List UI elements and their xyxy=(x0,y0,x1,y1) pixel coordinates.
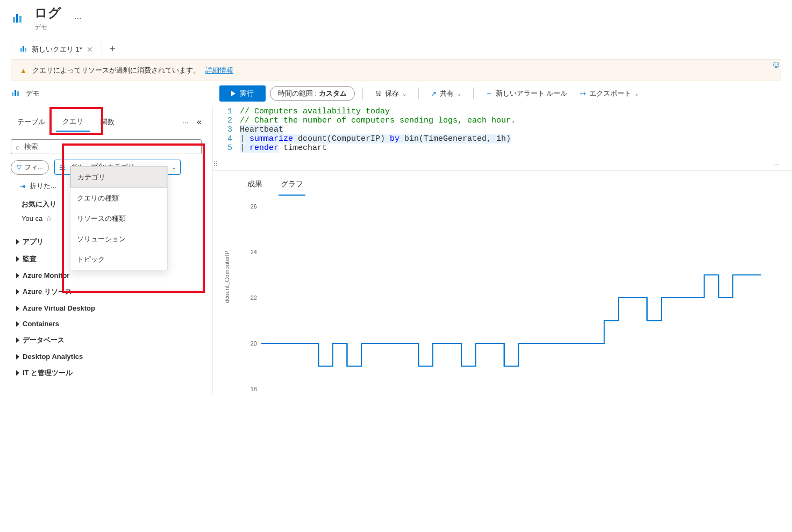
scope-name[interactable]: デモ xyxy=(26,89,40,98)
plus-icon: ＋ xyxy=(486,89,493,98)
filter-icon: ▽ xyxy=(17,163,22,171)
svg-text:18: 18 xyxy=(251,386,257,392)
dropdown-item-topic[interactable]: トピック xyxy=(70,249,167,270)
search-input[interactable]: ⌕ 検索 xyxy=(11,139,202,154)
new-alert-button[interactable]: ＋ 新しいアラート ルール xyxy=(481,87,572,100)
drag-handle[interactable]: ⠿··· xyxy=(213,158,792,170)
share-button[interactable]: ↗ 共有 ⌄ xyxy=(426,87,466,100)
chart-area: dcount_ComputerIP 1820222426 xyxy=(213,196,792,394)
add-tab-button[interactable]: + xyxy=(102,39,123,59)
svg-text:26: 26 xyxy=(251,203,257,210)
logs-icon xyxy=(20,45,27,54)
svg-rect-1 xyxy=(16,14,18,23)
code-line: | render timechart xyxy=(240,143,327,153)
export-button[interactable]: ↦ エクスポート ⌄ xyxy=(576,87,643,100)
search-icon: ⌕ xyxy=(16,143,20,151)
query-tab-1[interactable]: 新しいクエリ 1* ✕ xyxy=(11,40,102,59)
star-icon: ☆ xyxy=(46,214,52,222)
dropdown-item-query-type[interactable]: クエリの種類 xyxy=(70,188,167,209)
svg-rect-0 xyxy=(13,17,15,23)
warning-banner: ▲ クエリによってリソースが過剰に消費されています。 詳細情報 xyxy=(11,60,781,81)
feedback-icon[interactable]: ☺ xyxy=(772,59,781,70)
chevron-down-icon: ⌄ xyxy=(457,91,461,97)
caret-right-icon xyxy=(16,354,19,360)
caret-right-icon xyxy=(16,370,19,376)
svg-rect-6 xyxy=(12,92,13,96)
save-icon: 🖫 xyxy=(375,90,382,98)
category-azure-resources[interactable]: Azure リソース xyxy=(16,283,202,300)
warning-link[interactable]: 詳細情報 xyxy=(205,66,233,75)
dropdown-item-category[interactable]: カテゴリ xyxy=(70,167,167,188)
code-line: // Computers availability today xyxy=(240,107,390,116)
chevron-down-icon: ⌄ xyxy=(172,164,176,170)
category-avd[interactable]: Azure Virtual Desktop xyxy=(16,300,202,316)
query-editor[interactable]: 1// Computers availability today 2// Cha… xyxy=(213,106,792,158)
main-pane: 1// Computers availability today 2// Cha… xyxy=(212,106,792,394)
tab-label: 新しいクエリ 1* xyxy=(32,45,82,54)
svg-rect-7 xyxy=(15,90,16,96)
sidebar: テーブル クエリ 関数 ··· « ⌕ 検索 ▽ フィ... ☰ グループ化:カ… xyxy=(0,106,212,394)
svg-text:20: 20 xyxy=(251,340,257,347)
caret-right-icon xyxy=(16,321,19,327)
svg-rect-4 xyxy=(23,46,24,52)
page-header: ログ デモ ··· xyxy=(0,0,792,34)
svg-rect-3 xyxy=(20,48,22,52)
code-line: // Chart the number of computers sending… xyxy=(240,116,516,125)
collapse-icon: ⇥ xyxy=(19,182,25,190)
more-icon[interactable]: ··· xyxy=(182,118,188,126)
separator xyxy=(418,88,419,99)
caret-right-icon xyxy=(16,273,19,278)
play-icon xyxy=(231,91,236,96)
category-databases[interactable]: データベース xyxy=(16,332,202,349)
code-line: | summarize dcount(ComputerIP) by bin(Ti… xyxy=(240,134,511,143)
dropdown-item-resource-type[interactable]: リソースの種類 xyxy=(70,209,167,229)
timechart: 1820222426 xyxy=(240,201,767,394)
header-more-icon[interactable]: ··· xyxy=(70,13,85,23)
query-tabbar: 新しいクエリ 1* ✕ + ☺ xyxy=(11,39,781,60)
results-pane: 成果 グラフ dcount_ComputerIP 1820222426 xyxy=(213,170,792,394)
logs-icon xyxy=(11,11,26,26)
time-range-picker[interactable]: 時間の範囲 : カスタム xyxy=(270,86,355,101)
caret-right-icon xyxy=(16,239,19,245)
caret-right-icon xyxy=(16,306,19,311)
collapse-sidebar-icon[interactable]: « xyxy=(197,117,202,127)
logs-icon xyxy=(11,88,20,99)
y-axis-label: dcount_ComputerIP xyxy=(224,250,230,303)
page-subtitle: デモ xyxy=(34,23,61,32)
svg-rect-8 xyxy=(17,91,19,96)
category-containers[interactable]: Containers xyxy=(16,316,202,332)
results-tab[interactable]: 成果 xyxy=(245,174,265,196)
code-line: Heartbeat xyxy=(240,125,283,134)
svg-rect-2 xyxy=(19,16,22,23)
run-button[interactable]: 実行 xyxy=(219,85,266,102)
group-by-dropdown: カテゴリ クエリの種類 リソースの種類 ソリューション トピック xyxy=(70,166,168,270)
category-it-management[interactable]: IT と管理ツール xyxy=(16,364,202,382)
share-icon: ↗ xyxy=(431,90,437,98)
page-title: ログ xyxy=(34,4,61,21)
save-button[interactable]: 🖫 保存 ⌄ xyxy=(370,87,411,100)
caret-right-icon xyxy=(16,337,19,343)
filter-button[interactable]: ▽ フィ... xyxy=(11,160,49,175)
warning-text: クエリによってリソースが過剰に消費されています。 xyxy=(32,66,200,75)
svg-text:24: 24 xyxy=(251,249,257,255)
toolbar: デモ 実行 時間の範囲 : カスタム 🖫 保存 ⌄ ↗ 共有 ⌄ ＋ 新しいアラ… xyxy=(0,81,792,106)
close-icon[interactable]: ✕ xyxy=(87,45,93,54)
svg-rect-5 xyxy=(25,48,26,52)
list-icon: ☰ xyxy=(59,163,66,171)
caret-right-icon xyxy=(16,289,19,294)
separator xyxy=(473,88,474,99)
separator xyxy=(362,88,363,99)
chevron-down-icon: ⌄ xyxy=(634,91,639,97)
tab-queries[interactable]: クエリ xyxy=(56,112,90,132)
chevron-down-icon: ⌄ xyxy=(402,91,406,97)
dropdown-item-solution[interactable]: ソリューション xyxy=(70,229,167,249)
sidebar-tabs: テーブル クエリ 関数 ··· « xyxy=(11,106,202,136)
chart-tab[interactable]: グラフ xyxy=(279,174,305,196)
category-desktop-analytics[interactable]: Desktop Analytics xyxy=(16,349,202,364)
tab-functions[interactable]: 関数 xyxy=(94,113,121,131)
export-icon: ↦ xyxy=(580,90,586,98)
svg-text:22: 22 xyxy=(251,294,257,301)
warning-icon: ▲ xyxy=(20,67,27,75)
caret-right-icon xyxy=(16,256,19,262)
tab-tables[interactable]: テーブル xyxy=(11,113,52,131)
